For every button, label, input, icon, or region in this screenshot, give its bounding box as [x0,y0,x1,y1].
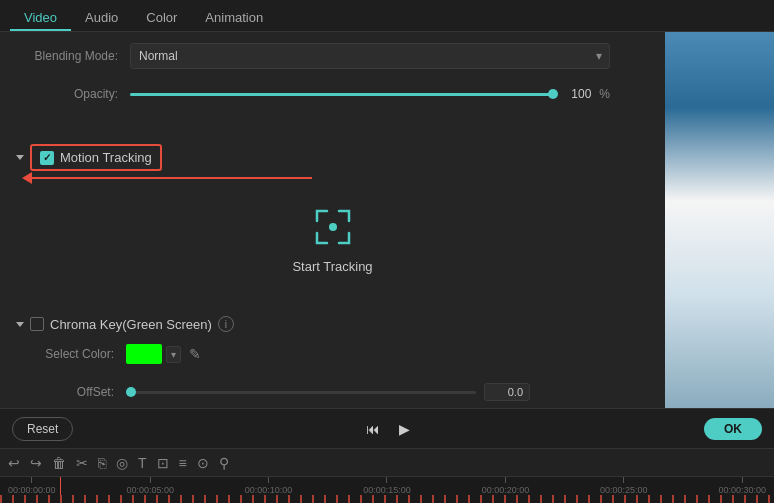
color-swatch[interactable] [126,344,162,364]
color-dropdown-button[interactable]: ▾ [166,346,181,363]
red-arrow-container [32,177,649,179]
motion-tracking-highlight: Motion Tracking [30,144,162,171]
tab-video[interactable]: Video [10,4,71,31]
play-button[interactable]: ▶ [395,419,415,439]
opacity-slider-fill [130,93,553,96]
motion-tracking-header[interactable]: Motion Tracking [16,144,649,171]
undo-icon[interactable]: ↩ [8,455,20,471]
svg-point-0 [329,223,337,231]
chroma-key-section: Chroma Key(Green Screen) i Select Color:… [0,310,665,408]
red-arrow-head [22,172,32,184]
opacity-row: Opacity: 100 % [20,80,645,108]
marker-3: 00:00:15:00 [363,477,411,495]
chroma-key-info-icon[interactable]: i [218,316,234,332]
offset-value: 0.0 [484,383,530,401]
left-panel: Blending Mode: Normal Multiply Screen Ov… [0,32,665,408]
tracking-area: Start Tracking [16,183,649,294]
opacity-value: 100 [561,87,591,101]
prev-frame-button[interactable]: ⏮ [363,419,383,439]
cut-icon[interactable]: ✂ [76,455,88,471]
marker-6: 00:00:30:00 [718,477,766,495]
effects-icon[interactable]: ◎ [116,455,128,471]
magnet-icon[interactable]: ⊙ [197,455,209,471]
opacity-unit: % [599,87,610,101]
color-swatch-container: ▾ ✎ [126,344,201,364]
red-arrow-line [32,177,312,179]
crop-icon[interactable]: ⊡ [157,455,169,471]
reset-button[interactable]: Reset [12,417,73,441]
align-icon[interactable]: ≡ [179,455,187,471]
opacity-slider-container: 100 % [130,87,610,101]
marker-2: 00:00:10:00 [245,477,293,495]
copy-icon[interactable]: ⎘ [98,455,106,471]
marker-1: 00:00:05:00 [126,477,174,495]
timeline-area: ↩ ↪ 🗑 ✂ ⎘ ◎ T ⊡ ≡ ⊙ ⚲ 00:00:00:00 00:00:… [0,448,774,503]
tab-bar: Video Audio Color Animation [0,0,774,32]
preview-image [665,32,774,408]
main-area: Blending Mode: Normal Multiply Screen Ov… [0,32,774,408]
offset-label: OffSet: [16,385,126,399]
red-markers-row [0,495,774,503]
tab-audio[interactable]: Audio [71,4,132,31]
motion-tracking-checkbox[interactable] [40,151,54,165]
timeline-toolbar: ↩ ↪ 🗑 ✂ ⎘ ◎ T ⊡ ≡ ⊙ ⚲ [0,449,774,477]
blending-mode-section: Blending Mode: Normal Multiply Screen Ov… [0,32,665,128]
redo-icon[interactable]: ↪ [30,455,42,471]
playback-controls: ⏮ ▶ [363,419,415,439]
ruler-content: 00:00:00:00 00:00:05:00 00:00:10:00 00:0… [8,477,766,495]
motion-tracking-chevron [16,155,24,160]
chroma-key-header[interactable]: Chroma Key(Green Screen) i [16,316,649,332]
marker-0: 00:00:00:00 [8,477,56,495]
offset-row: OffSet: 0.0 [16,378,649,406]
opacity-slider-thumb[interactable] [548,89,558,99]
blending-mode-row: Blending Mode: Normal Multiply Screen Ov… [20,42,645,70]
bottom-bar: Reset ⏮ ▶ OK [0,408,774,448]
opacity-slider-track [130,93,553,96]
tab-animation[interactable]: Animation [191,4,277,31]
eyedropper-icon[interactable]: ✎ [189,346,201,362]
offset-slider-thumb[interactable] [126,387,136,397]
motion-tracking-section: Motion Tracking [0,136,665,302]
chroma-key-title: Chroma Key(Green Screen) [50,317,212,332]
chroma-key-chevron [16,322,24,327]
motion-tracking-title: Motion Tracking [60,150,152,165]
timeline-ruler: 00:00:00:00 00:00:05:00 00:00:10:00 00:0… [0,477,774,495]
ok-button[interactable]: OK [704,418,762,440]
marker-5: 00:00:25:00 [600,477,648,495]
select-color-row: Select Color: ▾ ✎ [16,340,649,368]
tracking-icon[interactable] [309,203,357,251]
select-color-label: Select Color: [16,347,126,361]
opacity-label: Opacity: [20,87,130,101]
playhead[interactable] [60,477,61,495]
start-tracking-label[interactable]: Start Tracking [292,259,372,274]
blending-mode-label: Blending Mode: [20,49,130,63]
blending-mode-select-wrapper[interactable]: Normal Multiply Screen Overlay [130,43,610,69]
right-preview-panel [665,32,774,408]
chroma-key-checkbox[interactable] [30,317,44,331]
delete-icon[interactable]: 🗑 [52,455,66,471]
tab-color[interactable]: Color [132,4,191,31]
marker-4: 00:00:20:00 [482,477,530,495]
offset-slider-container: 0.0 [126,383,606,401]
text-icon[interactable]: T [138,455,147,471]
lock-icon[interactable]: ⚲ [219,455,229,471]
offset-slider-track [126,391,476,394]
blending-mode-select[interactable]: Normal Multiply Screen Overlay [130,43,610,69]
